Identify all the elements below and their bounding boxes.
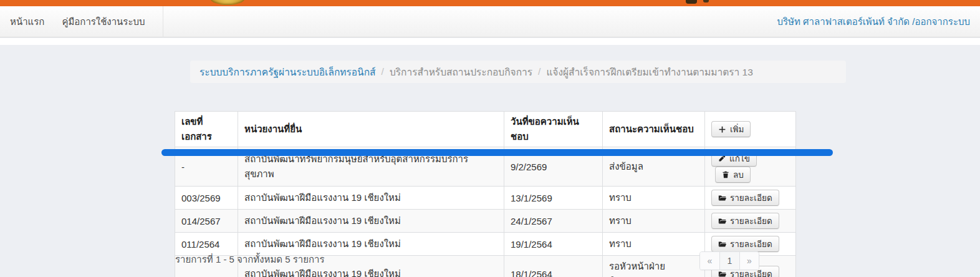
folder-icon [718, 270, 726, 277]
breadcrumb-item-services: บริการสำหรับสถานประกอบกิจการ [390, 64, 532, 80]
doc-no-text: - [181, 162, 185, 172]
cell-status: ทราบ [603, 187, 705, 210]
detail-button[interactable]: รายละเอียด [711, 236, 779, 252]
status-text: ทราบ [609, 238, 632, 249]
detail-button-label: รายละเอียด [730, 191, 772, 205]
detail-button-label: รายละเอียด [730, 237, 772, 251]
detail-button[interactable]: รายละเอียด [711, 213, 779, 229]
cell-status: ทราบ [603, 233, 705, 256]
header-doc-no: เลขที่เอกสาร [175, 112, 238, 147]
cell-doc-no: 014/2567 [175, 210, 238, 233]
add-button-label: เพิ่ม [730, 122, 744, 136]
detail-button[interactable]: รายละเอียด [711, 190, 779, 206]
agency-text: สถาบันพัฒนาทรัพยากรมนุษย์สำหรับอุตสาหกรร… [244, 153, 468, 179]
agency-text: สถาบันพัฒนาฝีมือแรงงาน 19 เชียงใหม่ [244, 192, 401, 203]
date-text: 19/1/2564 [511, 239, 552, 250]
cell-actions: รายละเอียด [705, 210, 796, 233]
plus-icon [718, 125, 726, 134]
agency-text: สถาบันพัฒนาฝีมือแรงงาน 19 เชียงใหม่ [244, 238, 401, 249]
annotation-line [161, 149, 833, 156]
cell-doc-no: 003/2569 [175, 187, 238, 210]
results-summary: รายการที่ 1 - 5 จากทั้งหมด 5 รายการ [175, 252, 325, 267]
breadcrumb: ระบบบริการภาครัฐผ่านระบบอิเล็กทรอนิกส์ /… [190, 61, 846, 83]
cell-agency: สถาบันพัฒนาฝีมือแรงงาน 19 เชียงใหม่ [238, 210, 504, 233]
cell-date: 19/1/2564 [504, 233, 603, 256]
topbar-text-artifact [703, 0, 709, 2]
pagination-prev-button[interactable]: « [700, 252, 719, 270]
site-logo-icon [210, 0, 245, 5]
agency-text: สถาบันพัฒนาฝีมือแรงงาน 19 เชียงใหม่ [244, 268, 401, 277]
table-row: 014/2567 สถาบันพัฒนาฝีมือแรงงาน 19 เชียง… [175, 210, 796, 233]
navbar: หน้าแรก คู่มือการใช้งานระบบ บริษัท ศาลาฟ… [0, 6, 980, 37]
folder-icon [718, 240, 726, 248]
pagination-next-button[interactable]: » [739, 252, 759, 270]
doc-no-text: 014/2567 [181, 216, 221, 226]
top-orange-bar [0, 0, 980, 6]
trash-icon [722, 171, 729, 178]
cell-agency: สถาบันพัฒนาฝีมือแรงงาน 19 เชียงใหม่ [238, 187, 504, 210]
breadcrumb-item-current: แจ้งผู้สำเร็จการฝึกเตรียมเข้าทำงานตามมาต… [546, 64, 752, 80]
doc-no-text: 011/2564 [181, 239, 219, 250]
status-text: รอหัวหน้าฝ่ายพิจารณา [609, 261, 665, 277]
cell-date: 24/1/2567 [504, 210, 603, 233]
logout-link[interactable]: /ออกจากระบบ [912, 16, 970, 27]
topbar-text-artifact [686, 0, 697, 4]
status-text: ส่งข้อมูล [609, 161, 643, 172]
cell-date: 18/1/2564 [504, 256, 603, 277]
breadcrumb-separator: / [382, 66, 384, 77]
cell-actions: รายละเอียด [705, 187, 796, 210]
company-name-link[interactable]: บริษัท ศาลาฟาสเตอร์เพ้นท์ จำกัด [777, 16, 910, 27]
breadcrumb-item-system[interactable]: ระบบบริการภาครัฐผ่านระบบอิเล็กทรอนิกส์ [199, 64, 376, 80]
cell-status: ทราบ [603, 210, 705, 233]
cell-status: รอหัวหน้าฝ่ายพิจารณา [603, 256, 705, 277]
navbar-substrip [0, 38, 980, 45]
add-button[interactable]: เพิ่ม [711, 121, 751, 137]
table-header-row: เลขที่เอกสาร หน่วยงานที่ยื่น วันที่ขอควา… [175, 112, 796, 147]
pagination-page-1[interactable]: 1 [719, 252, 739, 270]
delete-button[interactable]: ลบ [715, 167, 751, 183]
header-date: วันที่ขอความเห็นชอบ [504, 112, 603, 147]
header-actions: เพิ่ม [705, 112, 796, 147]
header-agency: หน่วยงานที่ยื่น [238, 112, 504, 147]
account-area: บริษัท ศาลาฟาสเตอร์เพ้นท์ จำกัด /ออกจากร… [777, 14, 980, 29]
status-text: ทราบ [609, 192, 632, 203]
folder-icon [718, 194, 726, 202]
date-text: 13/1/2569 [511, 193, 552, 203]
delete-button-label: ลบ [733, 168, 744, 182]
date-text: 9/2/2569 [511, 162, 547, 172]
nav-divider [163, 6, 163, 37]
breadcrumb-separator: / [538, 66, 540, 77]
nav-item-home[interactable]: หน้าแรก [0, 6, 53, 37]
folder-icon [718, 217, 726, 225]
cell-date: 13/1/2569 [504, 187, 603, 210]
date-text: 24/1/2567 [511, 216, 552, 226]
header-status: สถานะความเห็นชอบ [603, 112, 705, 147]
table-row: 003/2569 สถาบันพัฒนาฝีมือแรงงาน 19 เชียง… [175, 187, 796, 210]
detail-button-label: รายละเอียด [730, 214, 772, 228]
pagination: « 1 » [699, 251, 759, 270]
doc-no-text: 003/2569 [181, 193, 221, 203]
nav-item-manual[interactable]: คู่มือการใช้งานระบบ [53, 6, 153, 37]
agency-text: สถาบันพัฒนาฝีมือแรงงาน 19 เชียงใหม่ [244, 215, 401, 226]
status-text: ทราบ [609, 215, 632, 226]
date-text: 18/1/2564 [511, 269, 552, 277]
